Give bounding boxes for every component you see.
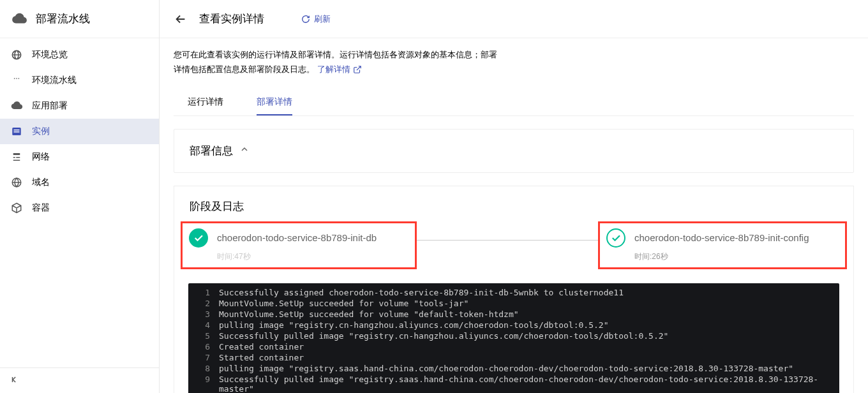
sidebar: 部署流水线 环境总览环境流水线应用部署实例网络域名容器: [0, 0, 160, 393]
log-line: 7Started container: [188, 352, 839, 363]
sidebar-item-5[interactable]: 域名: [0, 170, 159, 195]
back-button[interactable]: [174, 12, 188, 26]
log-line-text: pulling image "registry.saas.hand-china.…: [219, 364, 793, 373]
stage-connector: [417, 240, 598, 241]
tab-1[interactable]: 部署详情: [257, 90, 292, 115]
dots-icon: [10, 74, 23, 87]
learn-more-link[interactable]: 了解详情: [317, 62, 362, 77]
sidebar-item-label: 域名: [32, 177, 50, 188]
page-title: 查看实例详情: [199, 11, 264, 26]
log-line-text: Successfully pulled image "registry.saas…: [219, 374, 832, 393]
log-line: 8pulling image "registry.saas.hand-china…: [188, 363, 839, 374]
domain-globe-icon: [10, 176, 23, 189]
deploy-pipeline-icon: [10, 10, 28, 28]
log-line-number: 4: [196, 320, 210, 330]
log-line: 5Successfully pulled image "registry.cn-…: [188, 330, 839, 341]
container-icon: [10, 202, 23, 214]
sidebar-item-label: 网络: [32, 151, 50, 163]
log-line: 1Successfully assigned choerodon-todo-se…: [188, 287, 839, 298]
log-line-number: 8: [196, 364, 210, 373]
stage-time: 时间:26秒: [606, 251, 835, 262]
content: 您可在此查看该实例的运行详情及部署详情。运行详情包括各资源对象的基本信息；部署 …: [160, 38, 868, 393]
log-line: 4pulling image "registry.cn-hangzhou.ali…: [188, 320, 839, 330]
log-line-text: MountVolume.SetUp succeeded for volume "…: [219, 299, 468, 308]
main: 查看实例详情 刷新 您可在此查看该实例的运行详情及部署详情。运行详情包括各资源对…: [160, 0, 868, 393]
sidebar-footer: [0, 367, 159, 393]
check-icon: [189, 228, 208, 248]
tab-0[interactable]: 运行详情: [188, 90, 223, 115]
log-line-number: 1: [196, 288, 210, 297]
sidebar-items: 环境总览环境流水线应用部署实例网络域名容器: [0, 38, 159, 367]
log-line-number: 5: [196, 331, 210, 341]
stages-row: choerodon-todo-service-8b789-init-db 时间:…: [174, 221, 853, 277]
stage-time: 时间:47秒: [189, 251, 405, 262]
network-icon: [10, 151, 23, 163]
sidebar-item-6[interactable]: 容器: [0, 195, 159, 221]
log-line-text: MountVolume.SetUp succeeded for volume "…: [219, 309, 519, 319]
log-line-number: 7: [196, 353, 210, 362]
sidebar-item-label: 应用部署: [32, 100, 68, 112]
refresh-button[interactable]: 刷新: [301, 13, 331, 25]
stage-name: choerodon-todo-service-8b789-init-config: [634, 232, 809, 243]
sidebar-item-label: 容器: [32, 202, 50, 214]
stage-name: choerodon-todo-service-8b789-init-db: [217, 232, 377, 243]
sidebar-item-label: 环境流水线: [32, 75, 77, 86]
cloud-app-icon: [10, 100, 23, 112]
sidebar-item-2[interactable]: 应用部署: [0, 93, 159, 119]
log-line-number: 6: [196, 342, 210, 352]
svg-point-0: [14, 78, 15, 79]
log-line-text: Successfully assigned choerodon-todo-ser…: [219, 288, 624, 297]
log-line-number: 2: [196, 299, 210, 308]
sidebar-item-label: 实例: [32, 126, 50, 137]
log-line-text: Started container: [219, 353, 304, 362]
svg-point-1: [16, 78, 17, 79]
sidebar-title: 部署流水线: [36, 11, 90, 26]
stage-item[interactable]: choerodon-todo-service-8b789-init-config…: [598, 221, 847, 269]
chevron-up-icon[interactable]: [239, 144, 250, 157]
sidebar-item-label: 环境总览: [32, 49, 68, 61]
svg-rect-5: [14, 131, 20, 133]
deploy-info-title: 部署信息: [190, 144, 233, 158]
log-line: 3MountVolume.SetUp succeeded for volume …: [188, 309, 839, 320]
log-line: 6Created container: [188, 341, 839, 352]
top-bar: 查看实例详情 刷新: [160, 0, 868, 38]
log-line: 9Successfully pulled image "registry.saa…: [188, 374, 839, 393]
tabs: 运行详情部署详情: [174, 87, 854, 116]
log-line-number: 9: [196, 374, 210, 393]
instance-icon: [10, 125, 23, 138]
stages-title: 阶段及日志: [174, 186, 853, 221]
stage-item[interactable]: choerodon-todo-service-8b789-init-db 时间:…: [181, 221, 417, 269]
deploy-info-card: 部署信息: [174, 129, 854, 173]
stages-card: 阶段及日志 choerodon-todo-service-8b789-init-…: [174, 186, 854, 393]
log-line-text: Successfully pulled image "registry.cn-h…: [219, 331, 668, 341]
svg-rect-4: [14, 130, 20, 131]
log-line-text: pulling image "registry.cn-hangzhou.aliy…: [219, 320, 608, 330]
sidebar-header: 部署流水线: [0, 0, 159, 38]
sidebar-item-4[interactable]: 网络: [0, 144, 159, 170]
collapse-icon[interactable]: [10, 375, 19, 387]
refresh-label: 刷新: [314, 13, 331, 25]
log-line-text: Created container: [219, 342, 304, 352]
log-line: 2MountVolume.SetUp succeeded for volume …: [188, 298, 839, 309]
sidebar-item-3[interactable]: 实例: [0, 119, 159, 144]
log-viewer: 1Successfully assigned choerodon-todo-se…: [188, 283, 839, 393]
globe-icon: [10, 48, 23, 61]
sidebar-item-0[interactable]: 环境总览: [0, 42, 159, 68]
description: 您可在此查看该实例的运行详情及部署详情。运行详情包括各资源对象的基本信息；部署 …: [174, 47, 854, 77]
sidebar-item-1[interactable]: 环境流水线: [0, 68, 159, 93]
log-line-number: 3: [196, 309, 210, 319]
svg-point-2: [19, 78, 20, 79]
check-icon: [606, 228, 625, 248]
